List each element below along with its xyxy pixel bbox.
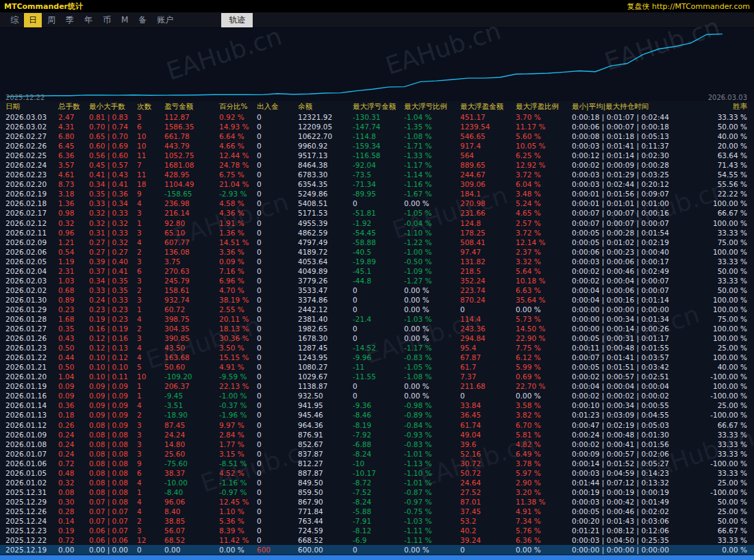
table-cell: 4 [137, 238, 164, 246]
table-cell: 0.00 % [404, 334, 460, 342]
table-row[interactable]: 2026.01.020.320.08 | 0.084-10.00-1.16 %0… [0, 478, 754, 487]
table-cell: 546.65 [460, 132, 516, 140]
table-cell: 10.05 % [516, 142, 572, 150]
table-row[interactable]: 2026.02.256.360.56 | 0.60111052.7512.44 … [0, 151, 754, 160]
table-row[interactable]: 2026.02.120.320.32 | 0.32192.801.91 %049… [0, 218, 754, 228]
table-cell: 3.57 [58, 161, 89, 169]
table-cell: 0 [257, 536, 298, 544]
table-row[interactable]: 2026.02.181.360.33 | 0.344236.984.58 %05… [0, 199, 754, 208]
table-cell: 71.43 % [705, 161, 749, 169]
table-cell: 2.90 % [516, 479, 572, 487]
table-row[interactable]: 2026.01.300.890.24 | 0.333932.7438.19 %0… [0, 295, 754, 305]
menu-item-summary[interactable]: 综 [5, 13, 23, 27]
menu-item-memo[interactable]: 备 [134, 13, 151, 27]
menu-item-m[interactable]: M [116, 14, 133, 26]
table-row[interactable]: 2025.12.260.280.07 | 0.0748.401.10 %0771… [0, 507, 754, 516]
table-cell: 763.44 [298, 517, 353, 525]
table-cell: 0.08 | 0.08 [89, 488, 137, 496]
table-cell: 100.00 % [705, 382, 749, 390]
table-row[interactable]: 2026.01.080.240.08 | 0.08314.801.77 %085… [0, 440, 754, 449]
table-row[interactable]: 2026.01.260.430.12 | 0.163390.8530.36 %0… [0, 333, 754, 343]
table-cell: -100.00 % [705, 488, 749, 496]
tab-trajectory[interactable]: 轨迹 [221, 13, 253, 27]
table-cell: 0 [257, 363, 298, 371]
menu-item-quarterly[interactable]: 季 [61, 13, 79, 27]
table-row[interactable]: 2026.01.060.720.08 | 0.089-75.60-8.51 %0… [0, 459, 754, 468]
table-cell: 10.18 % [516, 277, 572, 285]
chart-end-date-label: 2026.03.03 [708, 94, 747, 101]
table-cell: -73.5 [353, 170, 404, 179]
table-cell: 2026.01.20 [5, 372, 58, 381]
table-row[interactable]: 2026.01.050.480.08 | 0.08638.374.52 %088… [0, 468, 754, 478]
table-cell: 54.55 % [705, 170, 749, 179]
table-cell: 55.56 % [705, 180, 749, 188]
table-row[interactable]: 2025.12.190.000.00 | 0.0000.000.00 %6006… [0, 545, 754, 555]
table-row[interactable]: 2026.01.160.090.09 | 0.091-9.45-1.00 %09… [0, 391, 754, 400]
table-cell: 2026.02.05 [5, 257, 58, 266]
table-row[interactable]: 2025.12.220.720.06 | 0.061268.5211.42 %0… [0, 535, 754, 545]
bottom-scrollbar[interactable] [0, 555, 754, 560]
table-cell: 100.00 % [705, 334, 749, 342]
table-row[interactable]: 2026.01.130.180.09 | 0.092-18.90-1.96 %0… [0, 410, 754, 420]
table-row[interactable]: 2026.02.031.030.34 | 0.353245.796.96 %03… [0, 276, 754, 285]
table-row[interactable]: 2026.01.210.500.10 | 0.10550.604.91 %010… [0, 362, 754, 372]
table-row[interactable]: 2026.02.266.450.60 | 0.6910443.794.66 %0… [0, 141, 754, 151]
table-row[interactable]: 2026.02.042.310.37 | 0.416270.637.16 %04… [0, 266, 754, 276]
table-row[interactable]: 2026.01.230.500.12 | 0.13443.503.50 %012… [0, 343, 754, 353]
menu-item-weekly[interactable]: 周 [42, 13, 60, 27]
table-cell: 11.38 % [516, 498, 572, 506]
table-cell: -1.14 % [404, 170, 460, 179]
table-cell: 6.63 % [516, 286, 572, 294]
menu-item-currency[interactable]: 币 [98, 13, 116, 27]
table-row[interactable]: 2026.01.220.440.10 | 0.124163.6815.15 %0… [0, 353, 754, 362]
table-row[interactable]: 2026.02.208.730.34 | 0.41181104.4921.04 … [0, 179, 754, 189]
table-cell: 67.87 [460, 353, 516, 361]
table-row[interactable]: 2026.01.270.350.16 | 0.192304.3518.13 %0… [0, 324, 754, 333]
table-row[interactable]: 2026.02.170.980.32 | 0.333216.144.36 %05… [0, 208, 754, 218]
table-cell: 309.06 [460, 180, 516, 188]
table-row[interactable]: 2026.01.290.230.23 | 0.23160.722.55 %024… [0, 305, 754, 314]
table-row[interactable]: 2026.01.140.360.09 | 0.094-3.51-0.37 %09… [0, 400, 754, 410]
table-row[interactable]: 2026.02.020.680.33 | 0.352158.614.70 %03… [0, 285, 754, 295]
table-cell: 0.07 | 0.07 [89, 507, 137, 516]
table-row[interactable]: 2025.12.290.300.07 | 0.08496.0612.45 %08… [0, 497, 754, 507]
table-row[interactable]: 2026.02.243.570.45 | 0.5771681.0824.78 %… [0, 160, 754, 170]
table-row[interactable]: 2026.02.234.610.41 | 0.4311428.956.75 %0… [0, 170, 754, 179]
table-row[interactable]: 2025.12.310.080.08 | 0.081-8.40-0.97 %08… [0, 487, 754, 497]
table-row[interactable]: 2026.01.120.260.08 | 0.09387.459.97 %096… [0, 420, 754, 430]
table-cell: 10 [137, 142, 164, 150]
table-row[interactable]: 2025.12.240.140.07 | 0.07238.855.36 %076… [0, 516, 754, 526]
table-cell: 2026.02.19 [5, 190, 58, 198]
table-cell: 0.10 | 0.12 [89, 353, 137, 361]
table-cell: 0 [257, 517, 298, 525]
menu-item-yearly[interactable]: 年 [79, 13, 97, 27]
table-row[interactable]: 2026.02.193.180.35 | 0.369-158.65-2.93 %… [0, 189, 754, 199]
table-cell: 1104.49 [164, 180, 219, 188]
table-row[interactable]: 2026.02.110.960.31 | 0.33365.101.36 %048… [0, 228, 754, 238]
table-row[interactable]: 2026.01.201.040.10 | 0.1110-109.20-9.59 … [0, 372, 754, 381]
table-row[interactable]: 2026.03.024.310.70 | 0.7461586.3514.93 %… [0, 122, 754, 131]
table-cell: 852.67 [298, 440, 353, 448]
table-row[interactable]: 2026.02.060.540.27 | 0.272136.083.36 %04… [0, 247, 754, 257]
table-cell: -21.4 [353, 315, 404, 323]
table-row[interactable]: 2026.01.090.240.08 | 0.08324.242.84 %087… [0, 430, 754, 440]
table-cell: 11 [137, 170, 164, 179]
table-cell: 0 [257, 296, 298, 304]
table-row[interactable]: 2026.01.070.240.08 | 0.08325.603.15 %083… [0, 449, 754, 459]
table-row[interactable]: 2026.01.190.090.09 | 0.091206.3722.13 %0… [0, 381, 754, 391]
table-cell: 0.00 % [404, 296, 460, 304]
table-row[interactable]: 2026.02.091.210.27 | 0.324607.7714.51 %0… [0, 238, 754, 247]
table-row[interactable]: 2026.01.281.680.19 | 0.234398.7520.11 %0… [0, 314, 754, 324]
table-cell: 2026.01.22 [5, 353, 58, 361]
table-cell: 12.44 % [219, 151, 257, 160]
table-row[interactable]: 2026.02.051.190.39 | 0.4033.750.09 %0405… [0, 257, 754, 266]
table-cell: 5171.53 [298, 209, 353, 217]
table-row[interactable]: 2026.03.032.470.81 | 0.833112.870.92 %01… [0, 112, 754, 122]
table-cell: 25.00 % [705, 507, 749, 516]
table-cell: 0:00:18 | 0:01:07 | 0:02:44 [572, 113, 705, 121]
table-row[interactable]: 2026.02.276.800.65 | 0.7010661.786.64 %0… [0, 131, 754, 141]
menu-item-daily[interactable]: 日 [24, 13, 42, 27]
menu-item-account[interactable]: 账户 [152, 13, 178, 27]
table-row[interactable]: 2025.12.230.190.06 | 0.07356.078.39 %072… [0, 526, 754, 535]
table-cell: 5.73 % [516, 315, 572, 323]
